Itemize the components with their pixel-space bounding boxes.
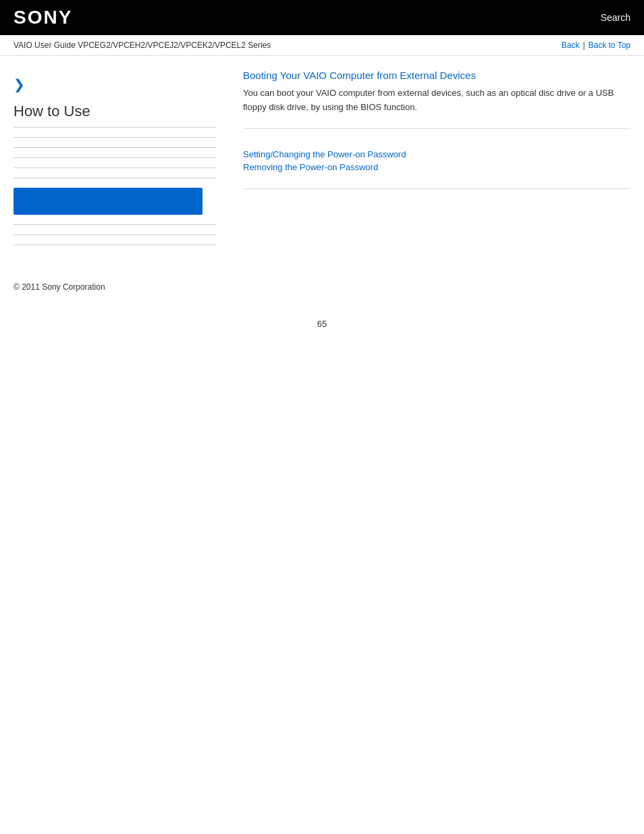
copyright-text: © 2011 Sony Corporation: [14, 282, 105, 292]
sidebar-section-title: How to Use: [14, 103, 216, 120]
footer-area: © 2011 Sony Corporation: [0, 268, 644, 305]
main-content-title[interactable]: Booting Your VAIO Computer from External…: [243, 70, 630, 81]
sidebar-item-line-2: [14, 147, 216, 148]
breadcrumb-title: VAIO User Guide VPCEG2/VPCEH2/VPCEJ2/VPC…: [14, 41, 271, 50]
page-number: 65: [0, 305, 644, 336]
sidebar-item-line-3: [14, 157, 216, 158]
sidebar-item-line-5: [14, 178, 216, 178]
back-link[interactable]: Back: [562, 41, 580, 50]
search-button[interactable]: Search: [601, 12, 630, 23]
header: SONY Search: [0, 0, 644, 35]
sidebar-item-line-7: [14, 234, 216, 235]
back-to-top-link[interactable]: Back to Top: [589, 41, 630, 50]
sub-links-section: Setting/Changing the Power-on Password R…: [243, 149, 630, 189]
sony-logo: SONY: [14, 7, 72, 28]
main-container: ❯ How to Use Booting Your VAIO Computer …: [0, 56, 644, 268]
sidebar-item-line-6: [14, 224, 216, 225]
sidebar-divider-1: [14, 127, 216, 128]
sidebar-item-line-1: [14, 137, 216, 138]
sub-link-2[interactable]: Removing the Power-on Password: [243, 162, 630, 172]
main-content-section: Booting Your VAIO Computer from External…: [243, 70, 630, 129]
sub-link-1[interactable]: Setting/Changing the Power-on Password: [243, 149, 630, 159]
breadcrumb-bar: VAIO User Guide VPCEG2/VPCEH2/VPCEJ2/VPC…: [0, 35, 644, 56]
sidebar-highlight[interactable]: [14, 188, 203, 215]
nav-links: Back | Back to Top: [562, 41, 630, 50]
nav-separator: |: [583, 41, 585, 50]
sidebar: ❯ How to Use: [14, 70, 230, 255]
sidebar-item-line-8: [14, 244, 216, 245]
main-content-desc: You can boot your VAIO computer from ext…: [243, 86, 630, 115]
sidebar-arrow-icon[interactable]: ❯: [14, 76, 216, 93]
content-area: Booting Your VAIO Computer from External…: [230, 70, 630, 255]
sidebar-item-line-4: [14, 167, 216, 168]
